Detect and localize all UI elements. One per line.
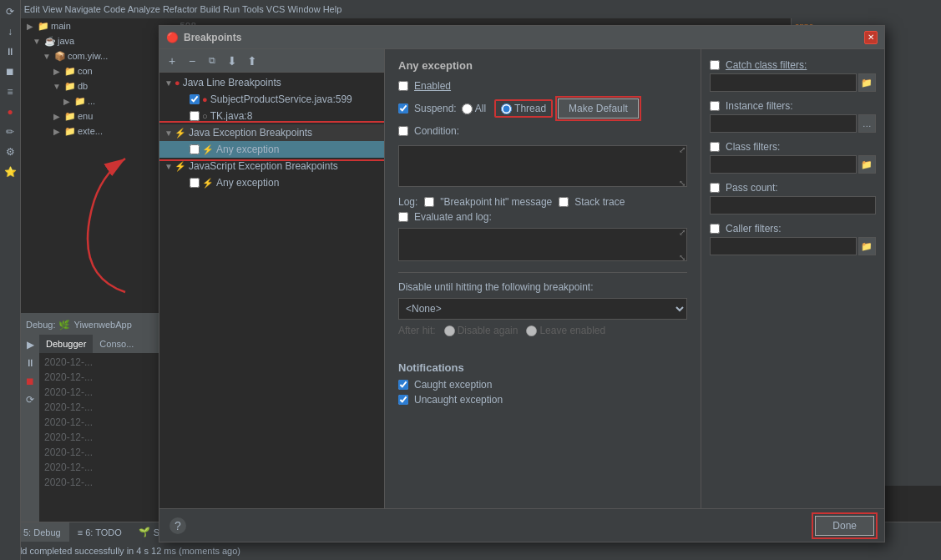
evaluate-log-textarea[interactable]	[398, 228, 687, 261]
bp-export-button[interactable]: ⬆	[243, 53, 261, 69]
caught-exception-checkbox[interactable]	[398, 380, 408, 390]
settings-section-title: Any exception	[398, 59, 687, 72]
disable-again-label: Disable again	[458, 325, 519, 336]
bp-group-js-exception-header[interactable]: ▼ ⚡ JavaScript Exception Breakpoints	[159, 158, 384, 174]
status-tab-todo[interactable]: ≡ 6: TODO	[69, 522, 130, 542]
pass-count-input[interactable]	[710, 196, 876, 214]
spacer-1	[398, 336, 687, 353]
radio-all-input[interactable]	[462, 103, 473, 114]
radio-thread-input[interactable]	[501, 103, 512, 114]
bp-item-subject-checkbox[interactable]	[190, 94, 200, 104]
bp-item-subject[interactable]: ● SubjectProductService.java:599	[159, 91, 384, 108]
radio-thread[interactable]: Thread	[494, 99, 553, 118]
tree-item-main[interactable]: ▶ 📁 main	[21, 18, 163, 33]
eval-expand-icon[interactable]: ⤢	[679, 228, 686, 237]
bp-group-java-line-header[interactable]: ▼ ● Java Line Breakpoints	[159, 74, 384, 91]
bp-item-tk-checkbox[interactable]	[190, 111, 200, 121]
bp-remove-button[interactable]: −	[183, 53, 201, 69]
sidebar-icon-9[interactable]: ⭐	[2, 164, 18, 180]
debug-rerun-btn[interactable]: ⟳	[22, 391, 38, 408]
breakpoint-hit-checkbox[interactable]	[424, 197, 434, 207]
condition-label: Condition:	[414, 125, 459, 137]
bp-item-tk[interactable]: ○ TK.java:8	[159, 108, 384, 124]
done-button[interactable]: Done	[815, 516, 874, 536]
debug-resume-btn[interactable]: ▶	[22, 336, 38, 353]
dialog-close-button[interactable]: ✕	[864, 31, 878, 44]
disable-select[interactable]: <None>	[398, 298, 687, 320]
class-browse-btn[interactable]: 📁	[858, 155, 876, 174]
tree-item-con[interactable]: ▶ 📁 con	[21, 63, 163, 78]
bp-group-java-exception-header[interactable]: ▼ ⚡ Java Exception Breakpoints	[159, 124, 384, 141]
catch-class-browse-btn[interactable]: 📁	[858, 73, 876, 92]
tree-item-db-sub[interactable]: ▶ 📁 ...	[21, 93, 163, 108]
bp-item-subject-icon: ●	[202, 94, 208, 104]
breakpoint-hit-label: "Breakpoint hit" message	[440, 196, 552, 208]
tree-item-java[interactable]: ▼ ☕ java	[21, 33, 163, 48]
caller-label: Caller filters:	[726, 223, 782, 235]
bp-item-any-exception-checkbox[interactable]	[190, 144, 200, 154]
todo-tab-label: ≡ 6: TODO	[78, 527, 122, 537]
bp-item-any-exception[interactable]: ⚡ Any exception	[159, 141, 384, 158]
sidebar-icon-2[interactable]: ↓	[2, 23, 18, 40]
class-checkbox[interactable]	[710, 142, 720, 152]
bp-copy-button[interactable]: ⧉	[203, 53, 221, 69]
caller-checkbox[interactable]	[710, 224, 720, 234]
sidebar-icon-6[interactable]: ●	[2, 103, 18, 120]
filters-column: Catch class filters: 📁 Instance filters:…	[701, 49, 884, 508]
leave-enabled-radio[interactable]: Leave enabled	[526, 325, 605, 336]
debug-pause-btn[interactable]: ⏸	[22, 355, 38, 371]
tree-item-com[interactable]: ▼ 📦 com.yiw...	[21, 48, 163, 63]
bp-item-js-any-exception-checkbox[interactable]	[190, 178, 200, 188]
bp-item-js-any-exception[interactable]: ⚡ Any exception	[159, 174, 384, 191]
condition-shrink-icon[interactable]: ⤡	[679, 179, 686, 188]
pass-count-checkbox[interactable]	[710, 183, 720, 193]
sidebar-icon-4[interactable]: ⏹	[2, 63, 18, 80]
help-button[interactable]: ?	[169, 517, 186, 534]
evaluate-log-checkbox[interactable]	[398, 212, 408, 222]
make-default-button[interactable]: Make Default	[558, 98, 639, 119]
disable-again-input	[444, 325, 455, 336]
tab-console[interactable]: Conso...	[93, 335, 140, 353]
instance-input[interactable]	[710, 114, 857, 133]
sidebar-icon-8[interactable]: ⚙	[2, 144, 18, 160]
radio-all[interactable]: All	[462, 103, 486, 114]
catch-class-input[interactable]	[710, 73, 857, 92]
tree-item-db[interactable]: ▼ 📁 db	[21, 78, 163, 93]
caller-browse-btn[interactable]: 📁	[858, 237, 876, 255]
instance-checkbox[interactable]	[710, 101, 720, 111]
stack-trace-checkbox[interactable]	[559, 197, 569, 207]
tab-debugger[interactable]: Debugger	[39, 335, 93, 353]
bp-add-button[interactable]: +	[163, 53, 181, 69]
tree-item-ext[interactable]: ▶ 📁 exte...	[21, 124, 163, 139]
catch-class-label: Catch class filters:	[726, 59, 807, 71]
debug-label: Debug:	[26, 320, 55, 330]
condition-checkbox[interactable]	[398, 126, 408, 136]
sidebar-icon-5[interactable]: ≡	[2, 83, 18, 100]
catch-class-filter-header: Catch class filters:	[710, 59, 876, 71]
sidebar-icon-3[interactable]: ⏸	[2, 43, 18, 60]
sidebar-icon-7[interactable]: ✏	[2, 124, 18, 140]
suspend-radio-group: All Thread	[462, 99, 553, 118]
caller-filter-header: Caller filters:	[710, 223, 876, 235]
catch-class-checkbox[interactable]	[710, 60, 720, 70]
eval-shrink-icon[interactable]: ⤡	[679, 253, 686, 262]
caller-input[interactable]	[710, 237, 857, 255]
instance-browse-btn[interactable]: …	[858, 114, 876, 133]
disable-again-radio[interactable]: Disable again	[444, 325, 519, 336]
catch-class-filter-row: Catch class filters: 📁	[710, 59, 876, 92]
sidebar-icon-1[interactable]: ⟳	[2, 3, 18, 20]
condition-row: Condition:	[398, 125, 687, 137]
bp-group-java-line-icon: ●	[175, 78, 180, 88]
expand-arrow-java-line: ▼	[163, 77, 175, 88]
uncaught-exception-checkbox[interactable]	[398, 395, 408, 405]
condition-expand-icon[interactable]: ⤢	[679, 145, 686, 154]
bp-import-button[interactable]: ⬇	[223, 53, 241, 69]
suspend-checkbox[interactable]	[398, 103, 408, 114]
class-input[interactable]	[710, 155, 857, 174]
debug-stop-btn[interactable]: ⏹	[22, 373, 38, 390]
tree-item-enu[interactable]: ▶ 📁 enu	[21, 108, 163, 124]
class-input-row: 📁	[710, 155, 876, 174]
pass-count-filter-header: Pass count:	[710, 182, 876, 194]
enabled-checkbox[interactable]	[398, 81, 408, 91]
condition-textarea[interactable]	[398, 145, 687, 187]
